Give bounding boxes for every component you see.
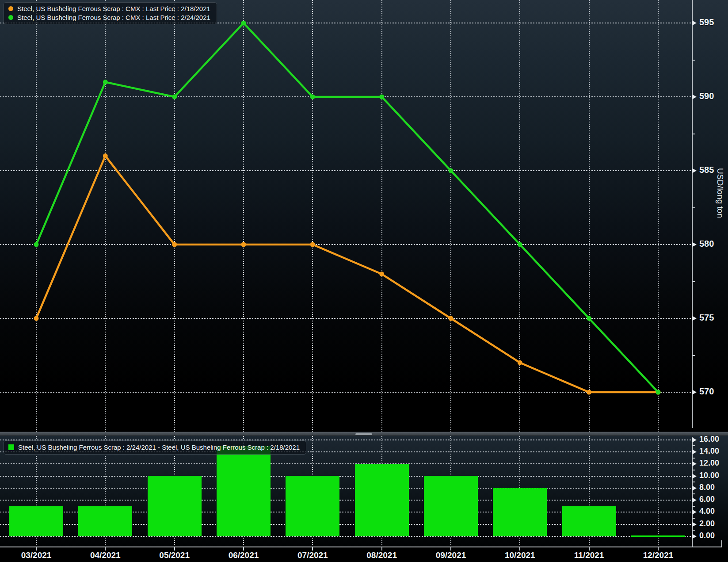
month-label: 05/2021: [141, 551, 208, 560]
legend-item-2-18[interactable]: Steel, US Busheling Ferrous Scrap : CMX …: [8, 5, 210, 12]
price-tick-label: 585: [699, 165, 714, 175]
diff-tick-label: 2.00: [699, 519, 715, 528]
month-gridline-top: [243, 0, 244, 432]
price-minor-tick: [692, 355, 695, 356]
diff-gridline: [0, 488, 692, 489]
legend-item-2-24[interactable]: Steel, US Busheling Ferrous Scrap : CMX …: [8, 14, 210, 21]
legend-item-spread[interactable]: Steel, US Busheling Ferrous Scrap : 2/24…: [8, 443, 300, 451]
month-gridline-top: [658, 0, 659, 432]
diff-tick-arrow: [692, 509, 697, 515]
diff-minor-tick: [692, 530, 695, 531]
price-gridline: [0, 392, 692, 393]
month-label: 12/2021: [625, 551, 691, 560]
green-series-dot-icon: [8, 15, 13, 20]
month-label: 11/2021: [556, 551, 622, 560]
price-legend[interactable]: Steel, US Busheling Ferrous Scrap : CMX …: [4, 2, 217, 24]
diff-tick-arrow: [692, 474, 697, 479]
month-label: 09/2021: [418, 551, 484, 560]
orange-series-dot-icon: [8, 6, 13, 11]
month-label: 07/2021: [279, 551, 346, 560]
price-tick-label: 590: [699, 91, 714, 101]
legend-label-2-24: Steel, US Busheling Ferrous Scrap : CMX …: [17, 14, 210, 21]
green-bar-swatch-icon: [8, 444, 14, 450]
month-tick: [174, 547, 175, 551]
price-tick-label: 570: [699, 386, 714, 397]
month-label: 06/2021: [210, 551, 277, 560]
panel-divider-handle[interactable]: [355, 433, 372, 435]
diff-tick-label: 6.00: [699, 495, 715, 504]
time-axis-endcap: [721, 540, 722, 547]
diff-bar: [631, 535, 685, 537]
month-gridline-top: [312, 0, 313, 432]
diff-bar: [217, 446, 271, 536]
price-tick-arrow: [692, 20, 697, 26]
diff-gridline: [0, 500, 692, 501]
price-tick-arrow: [692, 390, 697, 395]
price-gridline: [0, 96, 692, 97]
diff-bar: [9, 506, 63, 536]
diff-tick-arrow: [692, 534, 697, 539]
diff-bar: [562, 506, 616, 536]
chart-stage: USD/long ton Steel, US Busheling Ferrous…: [0, 0, 728, 562]
price-minor-tick: [692, 60, 695, 61]
price-chart-panel[interactable]: [0, 0, 728, 432]
month-gridline-top: [381, 0, 382, 432]
price-tick-arrow: [692, 94, 697, 99]
legend-label-2-18: Steel, US Busheling Ferrous Scrap : CMX …: [17, 5, 210, 12]
price-tick-label: 575: [699, 313, 714, 323]
diff-tick-arrow: [692, 449, 697, 455]
price-minor-tick: [692, 281, 695, 282]
month-tick: [450, 547, 451, 551]
diff-tick-arrow: [692, 486, 697, 491]
month-gridline-top: [589, 0, 590, 432]
price-gridline: [0, 244, 692, 245]
month-tick: [36, 547, 37, 551]
price-minor-tick: [692, 207, 695, 208]
month-tick: [381, 547, 382, 551]
month-tick: [243, 547, 244, 551]
month-label: 03/2021: [3, 551, 69, 560]
diff-gridline: [0, 476, 692, 477]
month-tick: [519, 547, 520, 551]
diff-tick-label: 0.00: [699, 531, 715, 540]
diff-tick-label: 14.00: [699, 447, 719, 456]
diff-tick-arrow: [692, 522, 697, 527]
month-tick: [312, 547, 313, 551]
diff-bar: [424, 476, 478, 536]
diff-tick-arrow: [692, 437, 697, 443]
diff-tick-label: 8.00: [699, 483, 715, 492]
diff-minor-tick: [692, 506, 695, 507]
diff-bar: [355, 464, 409, 536]
month-gridline-top: [174, 0, 175, 432]
price-gridline: [0, 318, 692, 319]
time-axis-line: [0, 547, 722, 547]
month-label: 04/2021: [72, 551, 138, 560]
diff-gridline: [0, 463, 692, 464]
month-gridline-bottom: [658, 436, 659, 547]
diff-tick-arrow: [692, 497, 697, 503]
diff-tick-arrow: [692, 461, 697, 466]
price-tick-arrow: [692, 316, 697, 321]
price-axis-unit-label: USD/long ton: [715, 168, 725, 318]
diff-minor-tick: [692, 518, 695, 519]
diff-tick-label: 10.00: [699, 471, 719, 480]
price-axis-line: [692, 0, 693, 428]
legend-label-spread: Steel, US Busheling Ferrous Scrap : 2/24…: [18, 443, 300, 451]
diff-bar: [493, 488, 547, 536]
diff-minor-tick: [692, 482, 695, 482]
month-gridline-top: [36, 0, 37, 432]
price-tick-arrow: [692, 242, 697, 247]
month-gridline-top: [105, 0, 106, 432]
month-gridline-top: [450, 0, 451, 432]
month-tick: [105, 547, 106, 551]
spread-legend[interactable]: Steel, US Busheling Ferrous Scrap : 2/24…: [4, 440, 306, 455]
diff-minor-tick: [692, 493, 695, 494]
diff-tick-label: 4.00: [699, 507, 715, 516]
diff-bar: [286, 476, 339, 536]
month-tick: [658, 547, 659, 551]
price-gridline: [0, 170, 692, 171]
price-tick-arrow: [692, 168, 697, 173]
month-tick: [589, 547, 590, 551]
price-minor-tick: [692, 134, 695, 134]
diff-minor-tick: [692, 445, 695, 446]
